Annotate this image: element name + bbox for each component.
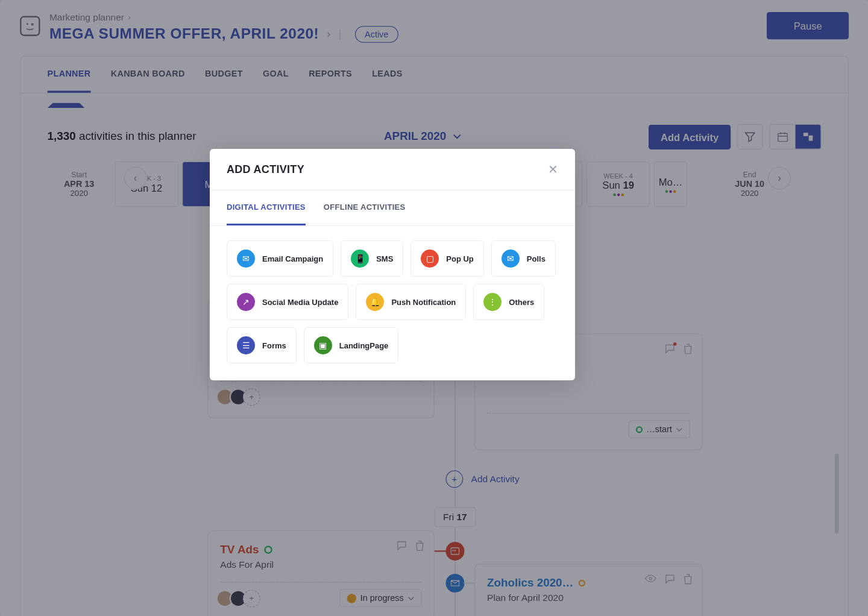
activity-label: Forms [262,341,286,350]
activity-tile-sms[interactable]: 📱SMS [341,240,403,277]
activity-label: Polls [527,254,546,263]
add-activity-modal: ADD ACTIVITY ✕ DIGITAL ACTIVITIES OFFLIN… [210,149,575,380]
activity-icon: ✉ [237,250,255,268]
activity-tile-push-notification[interactable]: 🔔Push Notification [356,284,466,320]
activity-label: Others [509,298,534,307]
activity-label: SMS [376,254,393,263]
activity-label: Push Notification [391,298,456,307]
activity-tile-social-media-update[interactable]: ↗Social Media Update [227,284,348,320]
activity-label: Email Campaign [262,254,323,263]
activity-label: LandingPage [339,341,389,350]
activity-icon: ▣ [314,336,332,354]
activity-tile-others[interactable]: ⋮Others [473,284,544,320]
modal-body: ✉Email Campaign📱SMS▢Pop Up✉Polls↗Social … [210,226,575,380]
activity-icon: 🔔 [366,293,384,311]
activity-icon: ☰ [237,336,255,354]
activity-label: Pop Up [446,254,474,263]
activity-icon: ▢ [421,250,439,268]
activity-icon: ✉ [502,250,520,268]
activity-tile-email-campaign[interactable]: ✉Email Campaign [227,240,333,277]
close-icon[interactable]: ✕ [548,162,558,177]
modal-tabs: DIGITAL ACTIVITIES OFFLINE ACTIVITIES [210,190,575,226]
activity-icon: ⋮ [483,293,502,311]
activity-tile-pop-up[interactable]: ▢Pop Up [410,240,484,277]
activity-label: Social Media Update [262,298,338,307]
activity-tile-landingpage[interactable]: ▣LandingPage [304,327,399,363]
tab-digital-activities[interactable]: DIGITAL ACTIVITIES [227,190,306,225]
activity-icon: 📱 [351,250,369,268]
activity-tile-polls[interactable]: ✉Polls [491,240,556,277]
modal-title: ADD ACTIVITY [227,163,304,176]
activity-tile-forms[interactable]: ☰Forms [227,327,297,363]
activity-icon: ↗ [237,293,255,311]
tab-offline-activities[interactable]: OFFLINE ACTIVITIES [324,190,406,225]
